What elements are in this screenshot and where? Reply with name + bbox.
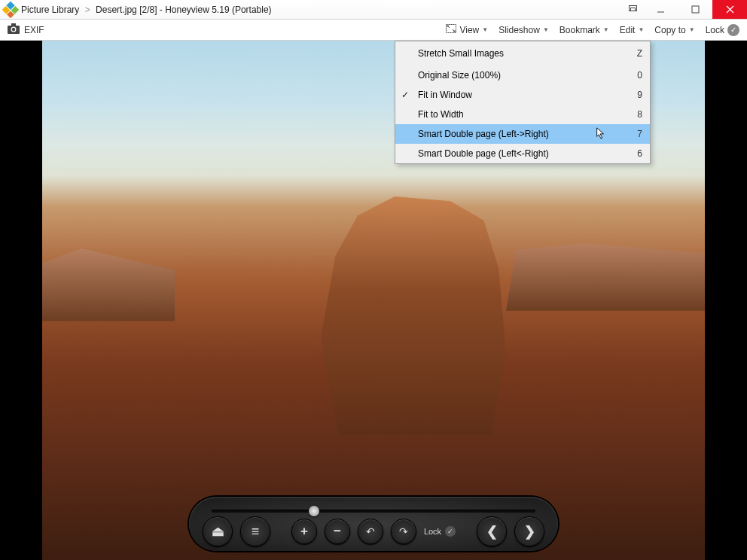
- maximize-button[interactable]: [678, 0, 712, 19]
- rotate-left-button[interactable]: ↶: [358, 519, 383, 544]
- menu-item-label: Fit to Width: [418, 109, 464, 120]
- player-controls: ⏏ ≡ + − ↶ ↷ Lock ✓ ❮ ❯: [189, 497, 558, 551]
- track-bar: [212, 510, 535, 513]
- menubar: EXIF View▼ Slideshow▼ Bookmark▼ Edit▼ Co…: [0, 20, 747, 41]
- menu-item-shortcut: 8: [637, 109, 642, 120]
- menu-item-label: Smart Double page (Left->Right): [418, 129, 549, 139]
- bookmark-menu[interactable]: Bookmark▼: [559, 25, 609, 35]
- menu-item-label: Fit in Window: [418, 90, 472, 100]
- bookmark-label: Bookmark: [559, 25, 600, 35]
- chevron-down-icon: ▼: [603, 26, 609, 33]
- menu-item-shortcut: 0: [637, 70, 642, 81]
- player-lock[interactable]: Lock ✓: [424, 526, 456, 537]
- slideshow-menu[interactable]: Slideshow▼: [499, 25, 549, 35]
- lock-menu[interactable]: Lock✓: [706, 24, 739, 36]
- camera-icon: [8, 23, 20, 36]
- zoom-out-button[interactable]: −: [325, 519, 350, 544]
- fullscreen-button[interactable]: [622, 0, 643, 19]
- svg-rect-7: [11, 23, 16, 26]
- menu-item-double-rtl[interactable]: Smart Double page (Left<-Right) 6: [395, 144, 650, 163]
- slideshow-label: Slideshow: [499, 25, 540, 35]
- lock-label: Lock: [706, 25, 724, 35]
- view-label: View: [459, 25, 479, 35]
- title-location: Picture Library: [21, 5, 79, 15]
- menu-item-shortcut: Z: [637, 48, 642, 59]
- menu-item-shortcut: 9: [637, 90, 642, 100]
- view-dropdown: Stretch Small Images Z Original Size (10…: [395, 41, 651, 164]
- image-decoration: [506, 243, 705, 311]
- svg-point-9: [12, 28, 15, 31]
- menu-item-shortcut: 7: [637, 129, 642, 139]
- window-controls: [622, 0, 747, 19]
- menu-item-double-ltr[interactable]: Smart Double page (Left->Right) 7: [395, 124, 650, 144]
- menu-item-label: Stretch Small Images: [418, 48, 504, 59]
- title-appname: Honeyview 5.19 (Portable): [165, 5, 271, 15]
- check-icon: ✓: [401, 90, 409, 100]
- menu-item-original-size[interactable]: Original Size (100%) 0: [395, 65, 650, 85]
- image-decoration: [321, 196, 506, 435]
- svg-rect-3: [692, 6, 699, 13]
- edit-label: Edit: [620, 25, 636, 35]
- separator-icon: >: [85, 5, 90, 15]
- view-menu[interactable]: View▼: [446, 24, 488, 35]
- cursor-icon: [596, 127, 606, 142]
- menu-item-stretch[interactable]: Stretch Small Images Z: [395, 41, 650, 65]
- progress-track[interactable]: [212, 504, 535, 516]
- chevron-down-icon: ▼: [482, 26, 488, 33]
- menu-item-fit-window[interactable]: ✓ Fit in Window 9: [395, 85, 650, 105]
- menu-item-label: Smart Double page (Left<-Right): [418, 148, 549, 159]
- menu-item-label: Original Size (100%): [418, 70, 501, 81]
- next-button[interactable]: ❯: [514, 516, 544, 546]
- chevron-down-icon: ▼: [689, 26, 695, 33]
- title-counter: [2/8]: [139, 5, 157, 15]
- svg-rect-1: [630, 8, 635, 11]
- app-icon: [2, 1, 20, 18]
- check-circle-icon: ✓: [727, 24, 739, 36]
- rotate-right-button[interactable]: ↷: [391, 519, 416, 544]
- menu-button[interactable]: ≡: [240, 516, 270, 546]
- copyto-label: Copy to: [654, 25, 685, 35]
- window-titlebar: Picture Library > Desert.jpg [2/8] - Hon…: [0, 0, 747, 20]
- previous-button[interactable]: ❮: [477, 516, 507, 546]
- window-title: Picture Library > Desert.jpg [2/8] - Hon…: [21, 5, 622, 15]
- eject-button[interactable]: ⏏: [203, 516, 233, 546]
- minimize-button[interactable]: [643, 0, 678, 19]
- copyto-menu[interactable]: Copy to▼: [654, 25, 694, 35]
- menu-item-shortcut: 6: [637, 148, 642, 159]
- title-filename: Desert.jpg: [96, 5, 137, 15]
- close-button[interactable]: [712, 0, 747, 19]
- player-lock-label: Lock: [424, 527, 441, 536]
- chevron-down-icon: ▼: [638, 26, 644, 33]
- image-decoration: [42, 248, 175, 321]
- fit-icon: [446, 24, 456, 35]
- menu-item-fit-width[interactable]: Fit to Width 8: [395, 105, 650, 124]
- chevron-down-icon: ▼: [543, 26, 549, 33]
- edit-menu[interactable]: Edit▼: [620, 25, 645, 35]
- progress-knob[interactable]: [309, 506, 319, 516]
- zoom-in-button[interactable]: +: [291, 519, 317, 544]
- exif-button[interactable]: EXIF: [24, 25, 44, 35]
- check-circle-icon: ✓: [445, 526, 456, 537]
